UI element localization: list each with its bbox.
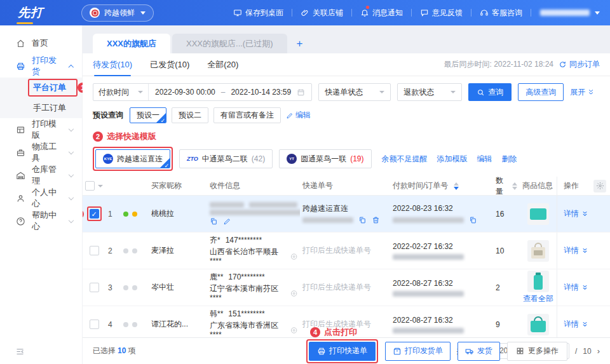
- feedback-icon: [420, 8, 429, 17]
- header-express: 快递单号: [300, 178, 390, 194]
- detail-link[interactable]: 详情: [564, 208, 588, 219]
- copy-icon[interactable]: [358, 216, 367, 224]
- row-checkbox[interactable]: ✓: [90, 209, 99, 219]
- green-status-dot: [123, 212, 128, 217]
- advanced-search-button[interactable]: 高级查询: [518, 83, 564, 101]
- add-shop-tab-button[interactable]: +: [289, 34, 311, 53]
- total-pages: 10: [583, 347, 591, 356]
- sidebar-item-print-templates[interactable]: 打印模版: [0, 118, 82, 141]
- column-settings-button[interactable]: [593, 180, 606, 192]
- sort-icons[interactable]: [512, 182, 517, 190]
- search-button[interactable]: 查询: [468, 83, 512, 101]
- sidebar-collapse-button[interactable]: [15, 347, 25, 356]
- status-dots: [121, 209, 149, 219]
- row-checkbox[interactable]: [90, 283, 99, 292]
- more-actions-button[interactable]: 更多操作: [507, 342, 567, 361]
- copy-icon[interactable]: [210, 217, 218, 226]
- trash-icon[interactable]: [372, 216, 380, 224]
- row-checkbox[interactable]: [90, 320, 99, 329]
- order-number-redacted: [393, 291, 464, 297]
- tab-shipped[interactable]: 已发货(10): [150, 53, 189, 76]
- sort-icons[interactable]: [454, 182, 459, 190]
- sidebar-item-logistics-tools[interactable]: 物流工具: [0, 141, 82, 164]
- header-payment[interactable]: 付款时间/订单号: [390, 178, 493, 194]
- topbar: 先打 跨越领鲜 保存到桌面 关联店铺 消息通知: [0, 0, 610, 25]
- double-chevron-down-icon: [581, 210, 588, 217]
- row-index: 3: [105, 281, 121, 295]
- edit-pencil-icon[interactable]: [223, 217, 231, 226]
- buyer-nickname: 谭江花的...: [149, 316, 207, 332]
- shop-tab-expired[interactable]: XXX的旗舰店...(已过期): [172, 34, 287, 53]
- table-row[interactable]: 3 岑中壮 鹿**170******** 辽宁省本溪市南芬区**** 打印后生成…: [83, 269, 610, 306]
- table-row[interactable]: ✓ 3 1 桃桃拉: [83, 196, 610, 233]
- last-sync-time: 最后同步时间: 2022-11-02 18:24: [444, 59, 553, 70]
- delete-template-link[interactable]: 删除: [502, 154, 517, 165]
- store-switcher[interactable]: 跨越领鲜: [81, 4, 154, 22]
- user-account-menu[interactable]: [531, 10, 600, 16]
- buyer-nickname: 桃桃拉: [149, 206, 207, 222]
- detail-link[interactable]: 详情: [564, 282, 588, 293]
- view-all-products-link[interactable]: 查看全部: [523, 293, 553, 304]
- check-icon: ✓: [164, 163, 169, 168]
- date-range-input[interactable]: 2022-09-30 00:00 – 2022-10-14 23:59: [149, 88, 311, 97]
- detail-link[interactable]: 详情: [564, 319, 588, 330]
- product-image[interactable]: [527, 240, 549, 262]
- customer-service-button[interactable]: 客服咨询: [471, 8, 531, 18]
- step2-label: 选择快递模版: [107, 131, 156, 142]
- gray-status-dot: [132, 322, 137, 327]
- tab-all[interactable]: 全部(20): [207, 53, 238, 76]
- sidebar-item-personal-center[interactable]: 个人中心: [0, 187, 82, 210]
- feedback-button[interactable]: 意见反馈: [412, 8, 471, 18]
- print-invoice-button[interactable]: 打印发货单: [385, 342, 451, 361]
- table-row[interactable]: 2 麦泽拉 齐*147******** 山西省长治市平顺县**** 打印后生成快…: [83, 233, 610, 269]
- edit-presets-link[interactable]: 编辑: [286, 110, 311, 121]
- sidebar-item-platform-orders[interactable]: 平台订单 1: [0, 78, 82, 98]
- recipient-info: 韩**151******** 广东省珠海市香洲区****: [207, 307, 300, 338]
- link-shops-button[interactable]: 关联店铺: [292, 8, 351, 18]
- row-checkbox[interactable]: [90, 246, 99, 255]
- copy-icon[interactable]: [469, 216, 477, 224]
- view-address-icon[interactable]: [290, 290, 297, 297]
- detail-link[interactable]: 详情: [564, 245, 588, 256]
- product-image[interactable]: [527, 203, 549, 225]
- sidebar-item-help-center[interactable]: 帮助中心: [0, 210, 82, 233]
- view-address-icon[interactable]: [290, 327, 297, 334]
- gray-status-dot: [123, 285, 128, 290]
- sidebar-item-warehouse[interactable]: 仓库管理: [0, 164, 82, 187]
- sidebar-item-home[interactable]: 首页: [0, 32, 82, 55]
- tab-pending-ship[interactable]: 待发货(10): [93, 53, 132, 76]
- select-all-checkbox[interactable]: [85, 181, 95, 191]
- preset-one-chip[interactable]: 预设一 ✓: [130, 107, 166, 123]
- add-template-link[interactable]: 添加模版: [437, 154, 468, 165]
- template-kye-button[interactable]: KYE 跨越速运直连 ✓: [95, 149, 170, 168]
- gray-status-dot: [132, 285, 137, 290]
- notifications-button[interactable]: 消息通知: [352, 8, 411, 18]
- chevron-down-icon[interactable]: [98, 185, 103, 187]
- express-template-name: 跨越速运直连: [302, 204, 348, 213]
- store-logo-icon: [90, 8, 100, 18]
- sidebar-item-print-ship[interactable]: 打印发货: [0, 55, 82, 78]
- template-zto-button[interactable]: ZTO 中通菜鸟二联 (42): [179, 149, 273, 168]
- view-address-icon[interactable]: [290, 253, 297, 260]
- preset-two-chip[interactable]: 预设二: [172, 107, 208, 123]
- payment-info: 2022-08-27 16:32: [390, 313, 493, 336]
- pay-time-select[interactable]: 付款时间: [93, 84, 149, 100]
- save-to-desktop-button[interactable]: 保存到桌面: [225, 8, 292, 18]
- sync-orders-button[interactable]: 同步订单: [559, 59, 600, 70]
- shop-tab-active[interactable]: XXX的旗舰店: [93, 34, 170, 53]
- username-redacted: [540, 10, 590, 16]
- balance-alert-link[interactable]: 余额不足提醒: [382, 154, 428, 165]
- refund-status-select[interactable]: 退款状态: [397, 83, 462, 101]
- edit-template-link[interactable]: 编辑: [477, 154, 492, 165]
- expand-filters-link[interactable]: 展开: [570, 87, 595, 98]
- print-express-button[interactable]: 打印快递单: [309, 342, 376, 361]
- product-image[interactable]: [527, 271, 549, 292]
- next-page-button[interactable]: ›: [597, 346, 600, 356]
- template-yt-button[interactable]: YT 圆通菜鸟一联 (19): [279, 149, 371, 168]
- shop-tabstrip: XXX的旗舰店 XXX的旗舰店...(已过期) +: [83, 25, 610, 53]
- product-image[interactable]: [527, 314, 549, 335]
- preset-note-chip[interactable]: 有留言或有备注: [214, 107, 281, 123]
- ship-button[interactable]: 发货: [458, 342, 500, 361]
- express-status-select[interactable]: 快递单状态: [318, 83, 391, 101]
- sidebar-item-manual-orders[interactable]: 手工订单: [0, 98, 82, 118]
